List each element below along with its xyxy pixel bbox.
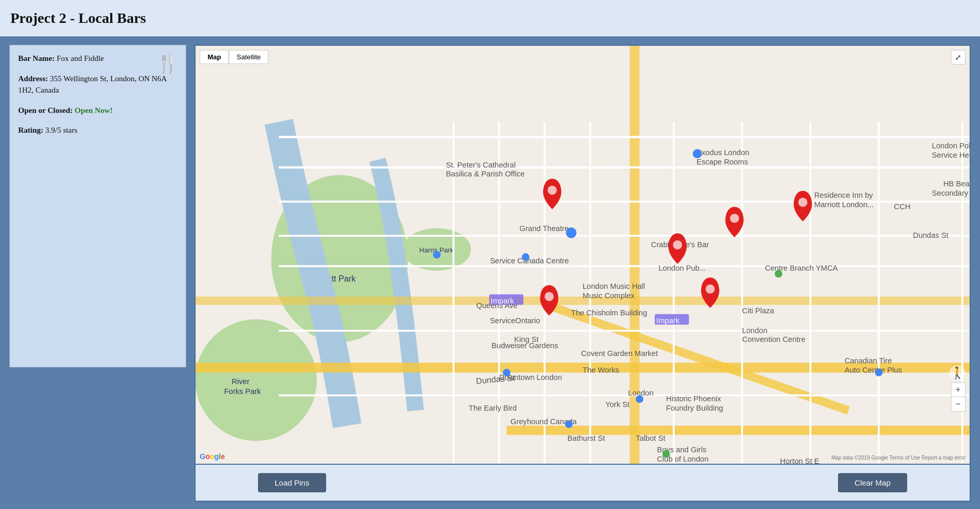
main-content: 🍴 Bar Name: Fox and Fiddle Address: 355 … bbox=[0, 37, 980, 509]
svg-text:Secondary School: Secondary School bbox=[932, 189, 970, 197]
map-tab-satellite[interactable]: Satellite bbox=[229, 50, 268, 64]
svg-text:Residence Inn by: Residence Inn by bbox=[814, 191, 873, 199]
svg-text:Centre Branch YMCA: Centre Branch YMCA bbox=[765, 264, 837, 272]
svg-text:King St: King St bbox=[514, 335, 539, 343]
address-label: Address: bbox=[18, 74, 48, 83]
svg-text:Music Complex: Music Complex bbox=[583, 291, 635, 300]
svg-text:Impark: Impark bbox=[656, 316, 680, 325]
svg-text:Bathurst St: Bathurst St bbox=[568, 434, 605, 442]
svg-text:London: London bbox=[742, 326, 768, 335]
svg-text:Forks Park: Forks Park bbox=[224, 387, 261, 396]
svg-point-89 bbox=[875, 369, 883, 377]
svg-point-84 bbox=[693, 149, 702, 159]
map-section: Map Satellite ⤢ 🚶 + − Google Map data ©2… bbox=[195, 45, 971, 502]
map-fullscreen-button[interactable]: ⤢ bbox=[951, 50, 965, 65]
svg-text:CCH: CCH bbox=[894, 202, 911, 211]
svg-text:Impark: Impark bbox=[491, 297, 514, 305]
svg-text:London Police: London Police bbox=[932, 142, 970, 150]
svg-text:i: i bbox=[576, 230, 578, 237]
svg-text:York St: York St bbox=[605, 400, 630, 409]
svg-point-78 bbox=[433, 251, 441, 259]
svg-text:Talbot St: Talbot St bbox=[636, 434, 665, 442]
svg-rect-11 bbox=[507, 426, 970, 435]
svg-point-80 bbox=[775, 270, 782, 278]
svg-text:Basilica & Parish Office: Basilica & Parish Office bbox=[446, 170, 524, 178]
bar-icon: 🍴 bbox=[156, 53, 177, 74]
svg-point-90 bbox=[548, 186, 557, 195]
map-container[interactable]: Map Satellite ⤢ 🚶 + − Google Map data ©2… bbox=[196, 46, 970, 464]
bar-name-label: Bar Name: bbox=[18, 54, 55, 62]
svg-point-92 bbox=[730, 214, 739, 223]
svg-point-83 bbox=[662, 450, 670, 458]
svg-point-91 bbox=[798, 198, 808, 207]
svg-point-82 bbox=[636, 396, 643, 403]
svg-text:Auto Centre Plus: Auto Centre Plus bbox=[845, 366, 902, 374]
map-controls-bar: Map Satellite bbox=[200, 50, 268, 64]
svg-text:Service Canada Centre: Service Canada Centre bbox=[490, 257, 569, 265]
bar-name-value: Fox and Fiddle bbox=[57, 54, 104, 62]
bar-name-row: Bar Name: Fox and Fiddle bbox=[18, 53, 177, 65]
svg-text:Foundry Building: Foundry Building bbox=[666, 404, 724, 412]
svg-point-3 bbox=[196, 320, 317, 441]
svg-point-79 bbox=[522, 253, 530, 261]
info-panel: 🍴 Bar Name: Fox and Fiddle Address: 355 … bbox=[9, 45, 186, 367]
svg-text:The Chisholm Building: The Chisholm Building bbox=[571, 309, 647, 317]
svg-text:Marriott London...: Marriott London... bbox=[814, 200, 873, 209]
address-row: Address: 355 Wellington St, London, ON N… bbox=[18, 73, 177, 96]
map-attribution: Map data ©2019 Google Terms of Use Repor… bbox=[831, 455, 965, 461]
load-pins-button[interactable]: Load Pins bbox=[258, 473, 326, 492]
svg-text:The Works: The Works bbox=[583, 366, 619, 374]
svg-text:Horton St E: Horton St E bbox=[780, 457, 820, 464]
svg-text:Grand Theatre: Grand Theatre bbox=[520, 224, 569, 233]
svg-point-93 bbox=[673, 240, 682, 250]
app-title: Project 2 - Local Bars bbox=[10, 10, 146, 27]
svg-text:The Early Bird: The Early Bird bbox=[469, 404, 517, 412]
svg-point-76 bbox=[566, 227, 576, 238]
rating-label: Rating: bbox=[18, 126, 43, 134]
svg-point-94 bbox=[545, 292, 554, 301]
map-tab-map[interactable]: Map bbox=[200, 50, 229, 64]
streetview-icon[interactable]: 🚶 bbox=[949, 364, 965, 380]
svg-text:St. Peter's Cathedral: St. Peter's Cathedral bbox=[446, 161, 515, 169]
svg-text:Exodus London: Exodus London bbox=[697, 148, 749, 157]
app-header: Project 2 - Local Bars bbox=[0, 0, 980, 37]
rating-value: 3.9/5 stars bbox=[45, 126, 78, 134]
map-logo: Google bbox=[200, 452, 225, 461]
svg-text:Convention Centre: Convention Centre bbox=[742, 335, 806, 343]
svg-text:London Music Hall: London Music Hall bbox=[583, 282, 645, 290]
svg-text:HB Beal: HB Beal bbox=[944, 180, 970, 188]
fullscreen-icon: ⤢ bbox=[955, 53, 961, 62]
svg-text:Historic Phoenix: Historic Phoenix bbox=[666, 395, 721, 403]
svg-text:Service Headquarters: Service Headquarters bbox=[932, 151, 970, 159]
svg-text:Canadian Tire: Canadian Tire bbox=[845, 357, 892, 365]
svg-point-88 bbox=[565, 421, 573, 428]
clear-map-button[interactable]: Clear Map bbox=[838, 473, 907, 492]
map-zoom-controls: + − bbox=[951, 383, 965, 412]
svg-text:Covent Garden Market: Covent Garden Market bbox=[581, 349, 658, 358]
svg-text:River: River bbox=[231, 377, 249, 386]
status-label: Open or Closed: bbox=[18, 106, 73, 114]
zoom-out-button[interactable]: − bbox=[951, 397, 965, 412]
svg-text:Escape Rooms: Escape Rooms bbox=[697, 158, 748, 166]
zoom-in-button[interactable]: + bbox=[951, 383, 965, 397]
status-value: Open Now! bbox=[74, 106, 112, 114]
svg-text:Dundas St: Dundas St bbox=[913, 231, 948, 239]
rating-row: Rating: 3.9/5 stars bbox=[18, 124, 177, 136]
svg-text:London Pub...: London Pub... bbox=[659, 264, 706, 272]
svg-text:ServiceOntario: ServiceOntario bbox=[490, 316, 540, 325]
button-bar: Load Pins Clear Map bbox=[196, 464, 970, 501]
button-bar-inner: Load Pins Clear Map bbox=[196, 473, 970, 492]
svg-point-95 bbox=[706, 284, 715, 294]
svg-text:Citi Plaza: Citi Plaza bbox=[742, 307, 775, 315]
status-row: Open or Closed: Open Now! bbox=[18, 105, 177, 117]
